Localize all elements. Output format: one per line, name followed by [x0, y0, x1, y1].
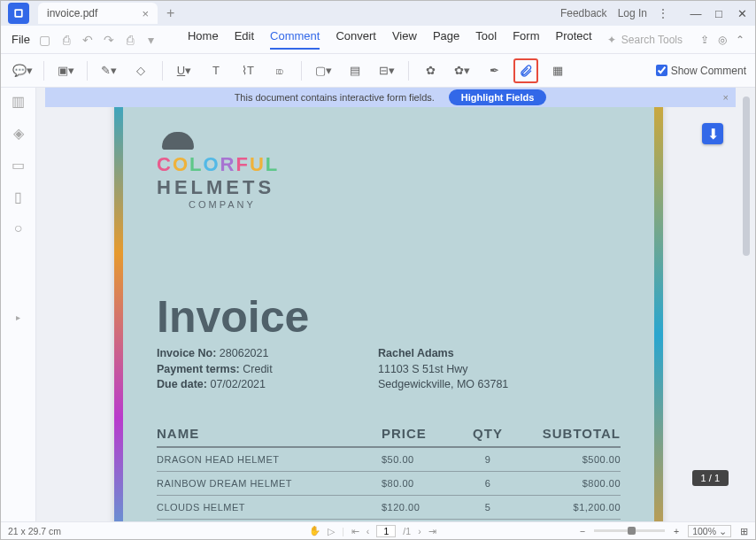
page-badge: 1 / 1 [692, 470, 729, 486]
pencil-tool-icon[interactable]: ✎▾ [96, 58, 121, 83]
expand-icon[interactable]: ⌃ [736, 34, 744, 46]
rail-expand-icon[interactable]: ▸ [9, 307, 28, 327]
share-icon[interactable]: ⇪ [700, 34, 709, 46]
zoom-out-icon[interactable]: − [580, 526, 585, 536]
menu-bar: File ▢ ⎙ ↶ ↷ ⎙ ▾ HomeEditCommentConvertV… [1, 26, 755, 54]
menu-comment[interactable]: Comment [270, 29, 320, 50]
shape-tool-icon[interactable]: ▢▾ [311, 58, 336, 83]
status-bar: 21 x 29.7 cm ✋ ▷ | ⇤ ‹ /1 › ⇥ − + 100%⌄ … [1, 521, 755, 539]
logo-company: COMPANY [189, 199, 279, 210]
page: COLORFUL HELMETS COMPANY Invoice Invoice… [114, 88, 663, 521]
zoom-slider[interactable] [594, 529, 665, 532]
redo-icon[interactable]: ↷ [101, 33, 117, 47]
stamp-menu-icon[interactable]: ✿▾ [450, 58, 474, 83]
page-stripe-right [654, 88, 663, 521]
invoice-title: Invoice [157, 291, 309, 343]
page-input[interactable] [376, 525, 396, 537]
feedback-link[interactable]: Feedback [560, 7, 607, 19]
underline-tool-icon[interactable]: U▾ [172, 58, 197, 83]
logo-helmets: HELMETS [157, 176, 279, 199]
menu-tool[interactable]: Tool [475, 29, 497, 50]
last-page-icon[interactable]: ⇥ [428, 526, 436, 536]
floating-download-icon[interactable]: ⬇ [702, 123, 723, 144]
thumbnails-panel-icon[interactable]: ▥ [9, 91, 28, 111]
form-fields-banner: This document contains interactive form … [45, 88, 736, 107]
col-name: NAME [157, 426, 382, 441]
attachments-panel-icon[interactable]: ▯ [9, 187, 28, 206]
menu-home[interactable]: Home [188, 29, 219, 50]
save-icon[interactable]: ⎙ [58, 33, 74, 47]
qat-more-icon[interactable]: ▾ [143, 33, 159, 47]
text-tool-icon[interactable]: T [204, 58, 228, 83]
search-panel-icon[interactable]: ○ [9, 219, 28, 238]
login-link[interactable]: Log In [618, 7, 647, 19]
menu-edit[interactable]: Edit [235, 29, 254, 50]
scrollbar[interactable] [743, 91, 752, 518]
app-logo-icon [8, 3, 29, 24]
attachment-tool-icon[interactable] [513, 58, 538, 83]
eraser-tool-icon[interactable]: ◇ [128, 58, 153, 83]
manage-comments-icon[interactable]: ▦ [545, 58, 570, 83]
open-icon[interactable]: ▢ [37, 33, 53, 47]
comment-toolbar: 💬▾ ▣▾ ✎▾ ◇ U▾ T ⌇T ⎄ ▢▾ ▤ ⊟▾ ✿ ✿▾ ✒ ▦ Sh… [1, 54, 755, 88]
banner-close-icon[interactable]: × [723, 92, 729, 103]
tab-title: invoice.pdf [47, 7, 97, 19]
document-tab[interactable]: invoice.pdf × [38, 3, 158, 24]
file-menu[interactable]: File [12, 33, 30, 46]
page-stripe-left [114, 88, 123, 521]
measure-tool-icon[interactable]: ⊟▾ [374, 58, 399, 83]
cloud-icon[interactable]: ◎ [718, 34, 727, 46]
textbox-tool-icon[interactable]: ⌇T [235, 58, 260, 83]
page-total: /1 [403, 526, 411, 536]
show-comment-check[interactable] [656, 65, 667, 76]
invoice-meta-right: Rachel Adams 11103 S 51st Hwy Sedgewickv… [378, 346, 508, 393]
menu-page[interactable]: Page [433, 29, 459, 50]
highlight-tool-icon[interactable]: ▣▾ [53, 58, 78, 83]
banner-msg: This document contains interactive form … [235, 92, 435, 103]
signature-tool-icon[interactable]: ✒ [482, 58, 506, 83]
menu-protect[interactable]: Protect [555, 29, 591, 50]
title-bar: invoice.pdf × + Feedback Log In ⋮ — □ ✕ [1, 1, 755, 26]
zoom-select[interactable]: 100%⌄ [688, 525, 731, 537]
first-page-icon[interactable]: ⇤ [351, 526, 359, 536]
invoice-meta-left: Invoice No: 28062021 Payment terms: Cred… [157, 346, 273, 393]
select-tool-icon[interactable]: ▷ [328, 526, 335, 536]
minimize-button[interactable]: — [686, 4, 706, 22]
undo-icon[interactable]: ↶ [80, 33, 96, 47]
highlight-fields-button[interactable]: Highlight Fields [449, 89, 547, 105]
hedgehog-icon [162, 132, 194, 150]
stamp-tool-icon[interactable]: ✿ [418, 58, 443, 83]
maximize-button[interactable]: □ [709, 4, 729, 22]
show-comment-label: Show Comment [671, 65, 746, 77]
zoom-in-icon[interactable]: + [674, 526, 679, 536]
search-hint-icon: ✦ [607, 34, 616, 46]
pager: ✋ ▷ | ⇤ ‹ /1 › ⇥ [309, 525, 436, 537]
kebab-menu-icon[interactable]: ⋮ [658, 7, 668, 19]
table-row: CLOUDS HELMET$120.005$1,200.00 [157, 496, 621, 520]
col-qty: QTY [452, 426, 523, 441]
menu-form[interactable]: Form [513, 29, 539, 50]
left-rail: ▥ ◈ ▭ ▯ ○ ▸ [1, 88, 36, 521]
scroll-thumb[interactable] [743, 96, 750, 256]
note-tool-icon[interactable]: 💬▾ [10, 58, 35, 83]
show-comment-checkbox[interactable]: Show Comment [656, 65, 746, 77]
add-tab-button[interactable]: + [166, 5, 174, 21]
menu-convert[interactable]: Convert [336, 29, 376, 50]
next-page-icon[interactable]: › [418, 526, 421, 536]
search-tools-input[interactable]: Search Tools [621, 34, 683, 46]
close-tab-icon[interactable]: × [142, 7, 149, 20]
close-window-button[interactable]: ✕ [732, 4, 752, 22]
main-menu: HomeEditCommentConvertViewPageToolFormPr… [188, 29, 592, 50]
fit-page-icon[interactable]: ⊞ [740, 526, 748, 536]
bookmarks-panel-icon[interactable]: ◈ [9, 123, 28, 143]
svg-rect-1 [16, 11, 21, 16]
callout-tool-icon[interactable]: ⎄ [267, 58, 292, 83]
menu-view[interactable]: View [392, 29, 417, 50]
logo-colorful: COLORFUL [157, 153, 279, 176]
hand-tool-icon[interactable]: ✋ [309, 525, 320, 536]
prev-page-icon[interactable]: ‹ [366, 526, 370, 536]
comments-panel-icon[interactable]: ▭ [9, 155, 28, 174]
col-subtotal: SUBTOTAL [523, 426, 621, 441]
print-icon[interactable]: ⎙ [122, 33, 138, 47]
comment-tool-icon[interactable]: ▤ [343, 58, 367, 83]
